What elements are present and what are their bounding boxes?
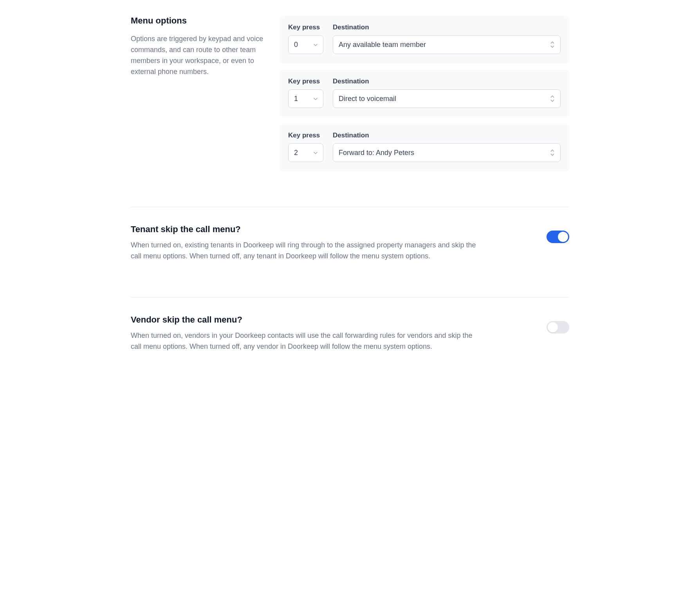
key-press-value: 0 [294,41,298,49]
key-press-label: Key press [288,78,323,85]
vendor-skip-text: Vendor skip the call menu? When turned o… [131,315,483,352]
vendor-skip-title: Vendor skip the call menu? [131,315,483,325]
menu-options-content: Key press 0 Destination Any available te… [280,16,569,171]
tenant-skip-section: Tenant skip the call menu? When turned o… [131,224,569,262]
destination-field: Destination Direct to voicemail [333,78,561,108]
chevron-updown-icon [549,40,556,49]
menu-option-row: Key press 0 Destination Any available te… [280,16,569,63]
key-press-field: Key press 0 [288,23,323,54]
destination-value: Any available team member [339,41,426,49]
menu-options-header: Menu options Options are triggered by ke… [131,16,264,78]
vendor-skip-toggle[interactable] [547,321,569,334]
chevron-down-icon [312,149,319,156]
tenant-skip-text: Tenant skip the call menu? When turned o… [131,224,483,262]
menu-options-section: Menu options Options are triggered by ke… [131,16,569,171]
key-press-select[interactable]: 2 [288,143,323,162]
toggle-knob [558,232,568,242]
menu-options-description: Options are triggered by keypad and voic… [131,34,264,78]
menu-options-title: Menu options [131,16,264,26]
divider [131,297,569,298]
key-press-label: Key press [288,23,323,31]
destination-field: Destination Any available team member [333,23,561,54]
destination-label: Destination [333,23,561,31]
tenant-skip-description: When turned on, existing tenants in Door… [131,240,483,262]
key-press-value: 1 [294,95,298,103]
toggle-knob [548,322,558,332]
menu-option-row: Key press 1 Destination Direct to voicem… [280,70,569,117]
tenant-skip-title: Tenant skip the call menu? [131,224,483,234]
key-press-field: Key press 2 [288,132,323,162]
chevron-updown-icon [549,148,556,157]
key-press-select[interactable]: 1 [288,89,323,108]
destination-label: Destination [333,78,561,85]
destination-value: Forward to: Andy Peters [339,149,414,157]
tenant-skip-toggle[interactable] [547,231,569,243]
vendor-skip-section: Vendor skip the call menu? When turned o… [131,315,569,352]
key-press-label: Key press [288,132,323,139]
menu-option-row: Key press 2 Destination Forward to: Andy… [280,124,569,171]
destination-select[interactable]: Any available team member [333,35,561,54]
vendor-skip-description: When turned on, vendors in your Doorkeep… [131,330,483,352]
key-press-select[interactable]: 0 [288,35,323,54]
destination-label: Destination [333,132,561,139]
destination-select[interactable]: Forward to: Andy Peters [333,143,561,162]
destination-select[interactable]: Direct to voicemail [333,89,561,108]
key-press-value: 2 [294,149,298,157]
chevron-down-icon [312,95,319,102]
divider [131,207,569,207]
key-press-field: Key press 1 [288,78,323,108]
chevron-updown-icon [549,94,556,103]
destination-field: Destination Forward to: Andy Peters [333,132,561,162]
destination-value: Direct to voicemail [339,95,396,103]
chevron-down-icon [312,41,319,48]
